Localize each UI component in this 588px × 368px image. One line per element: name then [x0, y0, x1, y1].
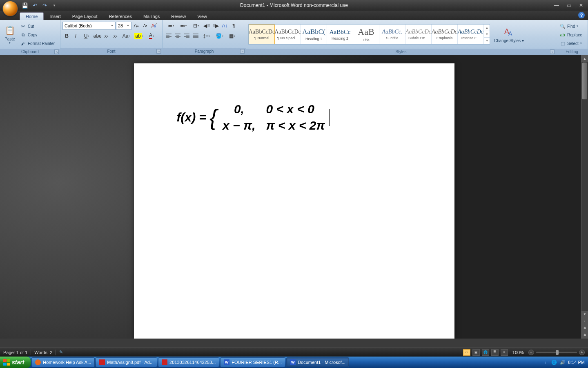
- style-normal[interactable]: AaBbCcDc¶ Normal: [249, 25, 275, 44]
- tab-references[interactable]: References: [103, 13, 138, 20]
- maximize-button[interactable]: ▭: [564, 2, 573, 9]
- clear-formatting-button[interactable]: Aa: [150, 21, 158, 30]
- justify-button[interactable]: [192, 31, 200, 40]
- format-painter-button[interactable]: 🖌Format Painter: [19, 39, 56, 47]
- select-button[interactable]: ⬚Select ▾: [558, 39, 584, 47]
- style-heading-1[interactable]: AaBbC(Heading 1: [301, 25, 327, 44]
- taskbar-item-pdf-1[interactable]: MathAssign8.pdf - Ad...: [96, 357, 157, 367]
- change-styles-button[interactable]: AA Change Styles ▾: [492, 21, 526, 47]
- underline-button[interactable]: U▾: [80, 31, 93, 40]
- status-page[interactable]: Page: 1 of 1: [3, 350, 27, 355]
- view-full-screen[interactable]: ▣: [472, 349, 480, 356]
- zoom-level[interactable]: 100%: [512, 350, 524, 355]
- tray-volume-icon[interactable]: 🔊: [559, 359, 566, 366]
- font-size-combo[interactable]: 28▼: [116, 22, 131, 30]
- bullets-button[interactable]: ≔▾: [165, 21, 177, 30]
- highlight-button[interactable]: ab▾: [133, 31, 145, 40]
- browse-prev-button[interactable]: ≜: [581, 325, 588, 332]
- start-button[interactable]: start: [0, 357, 31, 368]
- show-marks-button[interactable]: ¶: [229, 21, 238, 30]
- copy-button[interactable]: ⧉Copy: [19, 31, 56, 39]
- multilevel-list-button[interactable]: ⊟▾: [190, 21, 202, 30]
- italic-button[interactable]: I: [71, 31, 80, 40]
- save-icon[interactable]: 💾: [21, 2, 29, 9]
- bold-button[interactable]: B: [62, 31, 71, 40]
- style-expand[interactable]: ▾: [484, 38, 490, 44]
- tab-home[interactable]: Home: [20, 12, 44, 20]
- ribbon: 📋 Paste ▾ ✂Cut ⧉Copy 🖌Format Painter Cli…: [0, 20, 588, 55]
- taskbar-item-word-2[interactable]: WDocument1 - Microsof...: [286, 357, 349, 367]
- font-name-combo[interactable]: Calibri (Body)▼: [62, 22, 116, 30]
- tab-view[interactable]: View: [192, 13, 213, 20]
- status-proofing-icon[interactable]: ✎: [59, 350, 63, 355]
- scroll-thumb[interactable]: [582, 63, 587, 99]
- style-emphasis[interactable]: AaBbCcDcEmphasis: [432, 25, 458, 44]
- taskbar-item-word-1[interactable]: WFOURIER SERIES1 (R...: [220, 357, 285, 367]
- font-color-button[interactable]: A▾: [145, 31, 158, 40]
- decrease-indent-button[interactable]: ◀≡: [203, 21, 211, 30]
- align-right-button[interactable]: [183, 31, 191, 40]
- browse-object-select[interactable]: ◦: [581, 318, 588, 325]
- superscript-button[interactable]: x2: [111, 31, 120, 40]
- tab-page-layout[interactable]: Page Layout: [67, 13, 103, 20]
- document-page[interactable]: f(x) = { 0, 0 < x < 0 x − π, π < x < 2π: [134, 63, 454, 339]
- subscript-button[interactable]: x2: [102, 31, 111, 40]
- taskbar-item-firefox[interactable]: Homework Help Ask A...: [31, 357, 95, 367]
- clipboard-launcher[interactable]: ↘: [54, 49, 59, 54]
- tab-review[interactable]: Review: [165, 13, 192, 20]
- tray-network-icon[interactable]: 🌐: [551, 359, 557, 366]
- style-no-spacing[interactable]: AaBbCcDc¶ No Spaci...: [275, 25, 301, 44]
- view-print-layout[interactable]: ▭: [463, 349, 470, 356]
- style-scroll-up[interactable]: ▲: [484, 25, 490, 31]
- styles-launcher[interactable]: ↘: [550, 49, 555, 54]
- strikethrough-button[interactable]: abc: [93, 31, 102, 40]
- qat-customize-icon[interactable]: ▼: [51, 2, 58, 9]
- browse-next-button[interactable]: ≜: [581, 332, 588, 339]
- grow-font-button[interactable]: A▴: [132, 21, 140, 30]
- redo-icon[interactable]: ↷: [41, 2, 48, 9]
- style-subtle-emphasis[interactable]: AaBbCcDcSubtle Em...: [405, 25, 432, 44]
- style-scroll-down[interactable]: ▼: [484, 31, 490, 38]
- status-words[interactable]: Words: 2: [34, 350, 52, 355]
- change-case-button[interactable]: Aa▾: [120, 31, 132, 40]
- taskbar-item-pdf-2[interactable]: 20130326114642253...: [158, 357, 219, 367]
- style-title[interactable]: AaBTitle: [353, 25, 379, 44]
- find-button[interactable]: 🔍Find ▾: [558, 22, 584, 30]
- replace-button[interactable]: abReplace: [558, 31, 584, 39]
- close-button[interactable]: ✕: [577, 2, 586, 9]
- align-left-button[interactable]: [165, 31, 173, 40]
- style-subtitle[interactable]: AaBbCc.Subtitle: [379, 25, 405, 44]
- view-draft[interactable]: ≡: [501, 349, 508, 356]
- tray-clock[interactable]: 8:14 PM: [568, 360, 585, 365]
- tab-insert[interactable]: Insert: [44, 13, 67, 20]
- shading-button[interactable]: 🪣▾: [213, 31, 225, 40]
- zoom-slider-knob[interactable]: [556, 350, 559, 355]
- undo-icon[interactable]: ↶: [31, 2, 38, 9]
- tab-mailings[interactable]: Mailings: [138, 13, 165, 20]
- cut-button[interactable]: ✂Cut: [19, 22, 56, 30]
- numbering-button[interactable]: ≕▾: [177, 21, 189, 30]
- style-heading-2[interactable]: AaBbCcHeading 2: [327, 25, 353, 44]
- line-spacing-button[interactable]: ‡≡▾: [200, 31, 213, 40]
- zoom-out-button[interactable]: −: [528, 350, 534, 355]
- paragraph-launcher[interactable]: ↘: [240, 49, 245, 54]
- office-button[interactable]: [2, 1, 18, 16]
- font-launcher[interactable]: ↘: [156, 49, 161, 54]
- zoom-in-button[interactable]: +: [579, 350, 585, 355]
- align-center-button[interactable]: [174, 31, 182, 40]
- scroll-down-button[interactable]: ▼: [581, 311, 588, 318]
- paste-button[interactable]: 📋 Paste ▾: [2, 21, 18, 47]
- zoom-slider[interactable]: [536, 352, 577, 353]
- view-web-layout[interactable]: 🌐: [482, 349, 489, 356]
- view-outline[interactable]: ≣: [491, 349, 499, 356]
- minimize-button[interactable]: —: [552, 2, 561, 9]
- tray-expand-icon[interactable]: ‹: [542, 359, 548, 366]
- style-intense-emphasis[interactable]: AaBbCcDcIntense E...: [458, 25, 484, 44]
- increase-indent-button[interactable]: ≡▶: [212, 21, 220, 30]
- shrink-font-button[interactable]: A▾: [141, 21, 149, 30]
- vertical-scrollbar[interactable]: ▲ ▼ ◦ ≜ ≜: [581, 55, 588, 339]
- scroll-up-button[interactable]: ▲: [581, 55, 588, 62]
- borders-button[interactable]: ▦▾: [226, 31, 238, 40]
- help-icon[interactable]: ?: [578, 12, 585, 18]
- sort-button[interactable]: A↓: [220, 21, 229, 30]
